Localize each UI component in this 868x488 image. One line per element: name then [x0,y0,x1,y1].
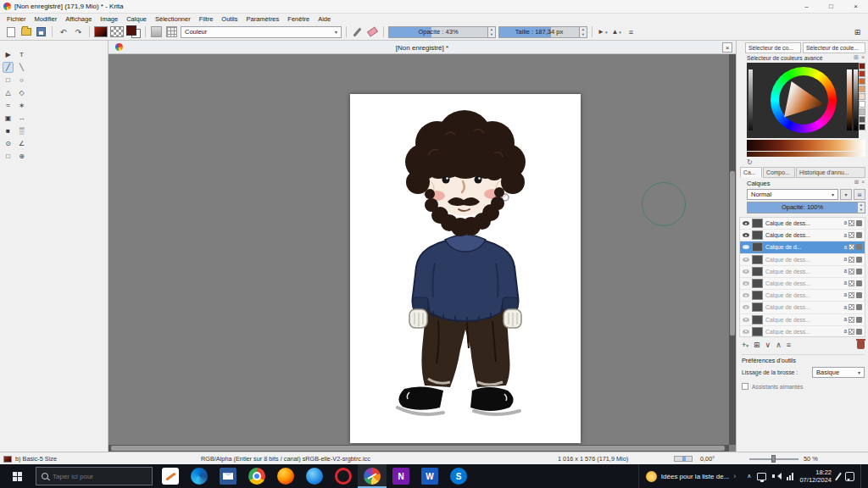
taskbar-app-mail[interactable] [214,464,242,488]
layer-visibility-icon[interactable] [743,258,749,262]
search-input[interactable] [53,473,147,480]
taskbar-app-firefox[interactable] [271,464,300,488]
close-icon[interactable]: × [861,54,865,61]
tab-color-selector-2[interactable]: Sélecteur de coule... [803,42,865,53]
tab-historique[interactable]: Historique d'annu... [796,167,865,178]
close-button[interactable]: × [843,0,868,13]
mirror-horizontal-button[interactable]: ► ▾ [597,27,608,36]
tool-ellipse[interactable]: ○ [16,75,27,86]
layer-row[interactable]: Calque de dess... a [740,326,865,337]
tool-move[interactable]: ↔ [16,113,27,124]
history-swatch[interactable] [859,70,865,77]
layer-row[interactable]: Calque de dess... a [740,218,865,230]
menu-parametres[interactable]: Paramètres [242,15,284,23]
layer-properties-button[interactable]: ≡ [787,341,791,349]
tool-gradient[interactable]: ▒ [16,125,27,136]
layer-visibility-icon[interactable] [743,221,749,225]
menu-calque[interactable]: Calque [122,15,151,23]
layer-row[interactable]: Calque de dess... a [740,230,865,241]
tool-measure[interactable]: ∠ [16,138,27,149]
layer-visibility-icon[interactable] [743,318,749,322]
history-swatch[interactable] [859,101,865,108]
history-swatch[interactable] [859,108,865,115]
eraser-mode-button[interactable] [366,25,379,38]
menu-fichier[interactable]: Fichier [3,15,31,23]
menu-filtre[interactable]: Filtre [195,15,218,23]
snap-assistants-checkbox[interactable] [742,383,748,390]
save-button[interactable] [35,25,47,38]
history-swatch[interactable] [859,78,865,85]
duplicate-layer-button[interactable]: ⊞ [754,341,760,349]
tool-bezier-curve[interactable]: ≈ [3,100,14,111]
tab-compositions[interactable]: Compo... [763,167,795,178]
move-layer-up-button[interactable]: ∧ [776,341,782,349]
memory-slider[interactable] [674,452,693,465]
tool-dynamic-brush[interactable]: ∗ [16,100,27,111]
tab-close-button[interactable]: × [722,42,732,53]
taskbar-clock[interactable]: 18:22 07/12/2024 [799,469,832,485]
tool-zoom[interactable]: ⊕ [16,151,27,162]
network-icon[interactable] [787,473,793,480]
shade-bar[interactable] [847,69,852,130]
move-layer-down-button[interactable]: ∨ [765,341,771,349]
redo-button[interactable]: ↷ [72,25,85,38]
canvas[interactable] [350,94,581,443]
zoom-level[interactable]: 50 % [804,452,818,465]
layer-visibility-icon[interactable] [743,281,749,286]
layer-visibility-icon[interactable] [743,305,749,309]
foreground-background-colors[interactable] [126,25,141,38]
taskbar-app-word[interactable]: W [415,464,444,488]
layer-opacity-slider[interactable]: Opacité: 100% [747,202,858,214]
menu-image[interactable]: Image [96,15,122,23]
tab-calques[interactable]: Ca... [740,167,762,178]
layer-row[interactable]: Calque de dess... a [740,278,865,290]
value-bar[interactable] [748,69,753,130]
taskbar-app-onenote[interactable]: N [387,464,415,488]
menu-fenetre[interactable]: Fenêtre [283,15,314,23]
tool-rectangular-select[interactable]: □ [3,151,14,162]
delete-layer-button[interactable] [857,341,865,349]
tool-polygon[interactable]: △ [3,87,14,98]
blend-mode-combo[interactable]: Normal ▾ [747,189,838,200]
tool-line[interactable]: ╲ [16,62,27,73]
maximize-button[interactable]: □ [819,0,843,13]
layer-row[interactable]: Calque de dess... a [740,314,865,326]
layer-row-selected[interactable]: Calque de d... a [740,241,865,253]
float-icon[interactable]: ⊞ [854,179,859,186]
layer-row[interactable]: Calque de dess... a [740,266,865,278]
taskbar-app-opera[interactable] [329,464,358,488]
menu-outils[interactable]: Outils [217,15,242,23]
taskbar-app-krita[interactable] [358,464,387,488]
taskbar-app-chrome[interactable] [242,464,271,488]
start-button[interactable] [0,464,34,488]
history-swatch[interactable] [859,86,865,92]
taskbar-search[interactable] [36,467,153,485]
taskbar-app-skype[interactable]: S [444,464,473,488]
menu-aide[interactable]: Aide [314,15,335,23]
hidden-icons-chevron[interactable]: ∧ [747,473,751,480]
brush-presets-button[interactable] [150,25,163,38]
history-swatch[interactable] [859,63,865,69]
scrollbar-thumb[interactable] [730,171,735,336]
mirror-vertical-button[interactable]: ▲ ▾ [610,27,621,36]
opacity-slider[interactable]: Opacité : 43% [388,26,488,38]
pencil-settings-button[interactable] [351,25,364,38]
layer-row[interactable]: Calque de dess... a [740,290,865,302]
windows-ink-icon[interactable] [835,472,842,480]
scrollbar-thumb[interactable] [111,446,725,451]
tool-select-shapes[interactable]: ▶ [3,49,14,60]
history-swatch[interactable] [859,93,865,100]
add-layer-button[interactable]: +▾ [742,341,748,349]
menu-modifier[interactable]: Modifier [31,15,62,23]
blend-filter-button[interactable]: ▾ [840,189,852,200]
blend-options-button[interactable]: ⊞ [854,189,865,200]
layer-row[interactable]: Calque de dess... a [740,254,865,266]
tool-polyline[interactable]: ◇ [16,87,27,98]
taskbar-app-sketch[interactable] [156,464,185,488]
shade-selector-strip-2[interactable] [747,152,865,157]
layer-row[interactable]: Calque de dess... a [740,302,865,313]
size-spin-buttons[interactable]: ▴ ▾ [580,26,587,38]
workspace-chooser-button[interactable]: ⊞ [851,25,864,38]
canvas-horizontal-scrollbar[interactable] [108,445,729,452]
brush-smoothing-combo[interactable]: Basique ▾ [812,367,865,378]
